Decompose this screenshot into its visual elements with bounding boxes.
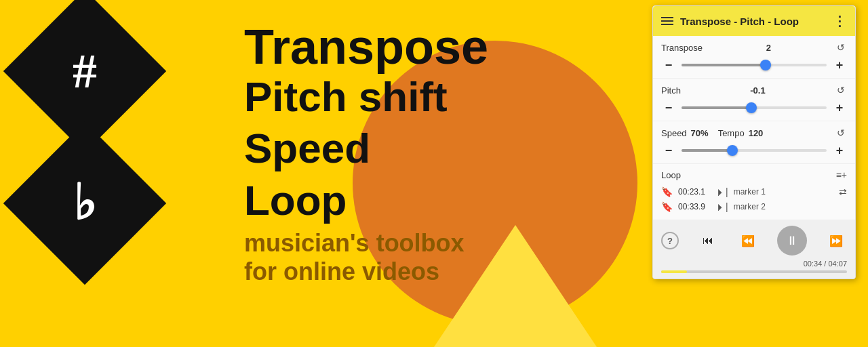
hero-tagline: musician's toolbox for online videos	[244, 229, 488, 286]
pause-button[interactable]: ⏸	[777, 226, 807, 256]
help-button[interactable]: ?	[661, 232, 679, 249]
loop-item-2: 🔖 00:33.9 ⏵| marker 2	[661, 199, 847, 214]
flat-diamond-icon: ♭	[3, 122, 166, 285]
panel-header: Transpose - Pitch - Loop ⋮	[653, 6, 855, 36]
player-section: ? ⏮ ⏪ ⏸ ⏩ 00:34 / 04:07	[653, 220, 855, 279]
pitch-slider-row: − +	[661, 100, 847, 115]
hero-title-line3: Speed	[244, 125, 488, 171]
pitch-slider-thumb[interactable]	[746, 102, 757, 113]
hero-title-line4: Loop	[244, 178, 488, 224]
transpose-reset-button[interactable]: ↺	[835, 41, 847, 54]
player-controls: ? ⏮ ⏪ ⏸ ⏩	[661, 226, 847, 256]
transpose-section: Transpose 2 ↺ − +	[653, 36, 855, 79]
speed-value: 70%	[691, 128, 709, 138]
current-time: 00:34	[804, 260, 823, 268]
pitch-slider-fill	[682, 106, 751, 109]
transpose-label: Transpose	[661, 43, 703, 53]
play-from-button-1[interactable]: ⏵|	[716, 186, 728, 197]
pitch-plus-button[interactable]: +	[832, 100, 847, 115]
rewind-button[interactable]: ⏪	[737, 230, 759, 251]
loop-label: Loop	[661, 170, 681, 180]
speed-plus-button[interactable]: +	[832, 143, 847, 158]
pitch-label: Pitch	[661, 85, 681, 96]
loop-marker-name-1: marker 1	[734, 187, 833, 197]
total-time: 04:07	[828, 260, 847, 268]
play-from-button-2[interactable]: ⏵|	[716, 201, 728, 212]
icons-area: # ♭	[27, 14, 142, 261]
panel-title: Transpose - Pitch - Loop	[680, 16, 799, 27]
transpose-pitch-loop-panel: Transpose - Pitch - Loop ⋮ Transpose 2 ↺…	[652, 5, 856, 279]
skip-to-start-button[interactable]: ⏮	[697, 230, 719, 251]
flat-symbol: ♭	[73, 179, 96, 228]
progress-bar-track[interactable]	[661, 270, 847, 273]
tempo-value: 120	[749, 128, 764, 138]
speed-slider-row: − +	[661, 143, 847, 158]
pitch-value: -0.1	[681, 85, 835, 96]
loop-section: Loop ≡+ 🔖 00:23.1 ⏵| marker 1 ⇄ 🔖 00:33.…	[653, 164, 855, 220]
fast-forward-button[interactable]: ⏩	[825, 230, 847, 251]
bookmark-icon-2[interactable]: 🔖	[661, 201, 673, 212]
loop-header: Loop ≡+	[661, 169, 847, 180]
loop-time-1: 00:23.1	[678, 187, 711, 197]
loop-marker-name-2: marker 2	[734, 202, 847, 211]
hamburger-menu-icon[interactable]	[661, 17, 673, 25]
loop-actions-1: ⇄	[839, 186, 847, 197]
speed-minus-button[interactable]: −	[661, 143, 676, 158]
transpose-slider-thumb[interactable]	[760, 60, 771, 70]
hero-title-line2: Pitch shift	[244, 74, 488, 120]
speed-slider-thumb[interactable]	[727, 145, 738, 156]
hero-title-line1: Transpose	[244, 20, 488, 74]
hero-text-area: Transpose Pitch shift Speed Loop musicia…	[244, 20, 488, 286]
speed-section: Speed 70% Tempo 120 ↺ − +	[653, 121, 855, 164]
transpose-minus-button[interactable]: −	[661, 58, 676, 73]
transpose-header-row: Transpose 2 ↺	[661, 41, 847, 54]
pitch-slider-track[interactable]	[682, 106, 827, 109]
more-options-icon[interactable]: ⋮	[833, 13, 847, 29]
speed-reset-button[interactable]: ↺	[835, 127, 847, 139]
panel-body: Transpose 2 ↺ − + Pitch -0.1 ↺ −	[653, 36, 855, 220]
tempo-label: Tempo	[718, 128, 745, 138]
progress-bar-area: 00:34 / 04:07	[661, 260, 847, 268]
loop-item-1: 🔖 00:23.1 ⏵| marker 1 ⇄	[661, 184, 847, 199]
speed-slider-fill	[682, 149, 732, 152]
pitch-section: Pitch -0.1 ↺ − +	[653, 79, 855, 121]
loop-repeat-button[interactable]: ⇄	[839, 186, 847, 197]
speed-slider-track[interactable]	[682, 149, 827, 152]
transpose-slider-track[interactable]	[682, 64, 827, 66]
transpose-slider-row: − +	[661, 58, 847, 73]
progress-bar-fill	[661, 270, 687, 273]
panel-header-left: Transpose - Pitch - Loop	[661, 16, 799, 27]
sharp-symbol: #	[73, 47, 97, 96]
transpose-slider-fill	[682, 64, 766, 66]
time-display: 00:34 / 04:07	[804, 260, 847, 268]
speed-label-row: Speed 70% Tempo 120	[661, 128, 763, 138]
list-add-icon: ≡+	[836, 169, 847, 180]
pitch-minus-button[interactable]: −	[661, 100, 676, 115]
transpose-plus-button[interactable]: +	[832, 58, 847, 73]
transpose-value: 2	[703, 43, 835, 53]
loop-time-2: 00:33.9	[678, 202, 711, 211]
add-loop-button[interactable]: ≡+	[836, 169, 847, 180]
bookmark-icon-1[interactable]: 🔖	[661, 186, 673, 197]
speed-label: Speed	[661, 128, 687, 138]
pitch-header-row: Pitch -0.1 ↺	[661, 84, 847, 96]
pitch-reset-button[interactable]: ↺	[835, 84, 847, 96]
speed-header-row: Speed 70% Tempo 120 ↺	[661, 127, 847, 139]
